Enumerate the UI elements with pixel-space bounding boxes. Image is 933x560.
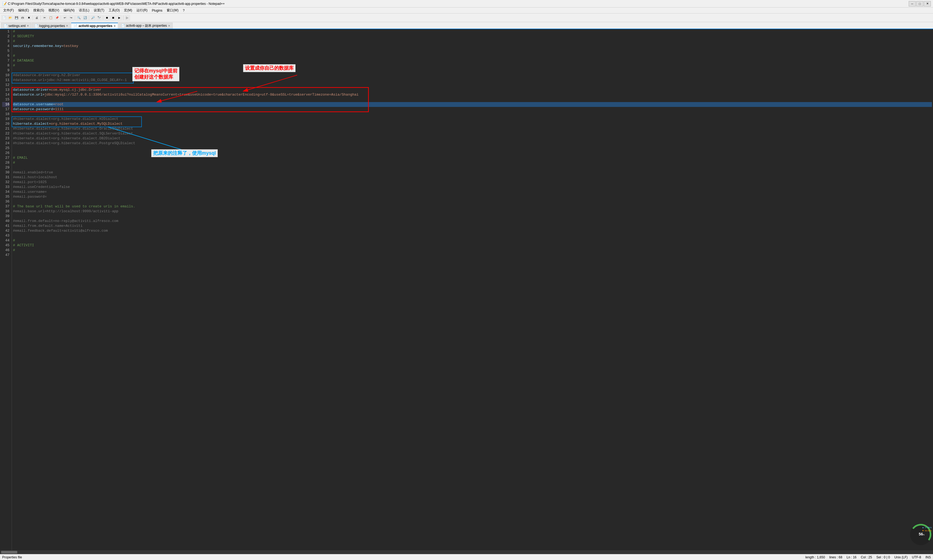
line-num-32: 32 (2, 180, 9, 185)
code-line-47 (13, 253, 932, 258)
save-button[interactable]: 💾 (14, 15, 20, 21)
app-icon: 📝 (2, 2, 7, 6)
line-num-21: 21 (2, 126, 9, 131)
status-right: length : 1,650 lines : 68 Ln : 16 Col : … (805, 555, 931, 559)
line-num-23: 23 (2, 136, 9, 141)
status-length: length : 1,650 (805, 555, 825, 559)
code-line-41: #email.from.default.name=Activiti (13, 223, 932, 228)
replace-button[interactable]: 🔄 (82, 15, 88, 21)
menu-plugins[interactable]: Plugins (149, 8, 165, 13)
menu-language[interactable]: 语言(L) (77, 8, 92, 13)
tab-settings-xml-close[interactable]: ✕ (27, 24, 29, 27)
menu-settings[interactable]: 设置(T) (92, 8, 106, 13)
code-line-16: datasource.username=root (13, 102, 932, 107)
code-line-1: # (13, 29, 932, 34)
code-line-29 (13, 165, 932, 170)
line-num-27: 27 (2, 155, 9, 160)
code-line-23: #hibernate.dialect=org.hibernate.dialect… (13, 136, 932, 141)
code-line-42: #email.feedback.default=activiti@alfresc… (13, 228, 932, 233)
macro-play-button[interactable]: ▶ (116, 15, 122, 21)
close-button-tb[interactable]: ✖ (26, 15, 32, 21)
line-num-24: 24 (2, 141, 9, 146)
line-num-29: 29 (2, 165, 9, 170)
line-num-41: 41 (2, 223, 9, 228)
menu-help[interactable]: ? (181, 8, 187, 13)
line-num-16: 16 (2, 102, 9, 107)
tab-logging-properties-close[interactable]: ✕ (66, 24, 68, 27)
code-line-45: # ACTIVITI (13, 243, 932, 248)
line-num-6: 6 (2, 54, 9, 58)
line-num-18: 18 (2, 112, 9, 117)
code-line-6: # (13, 54, 932, 58)
tab-bar: 📄 settings.xml ✕ 📄 logging.properties ✕ … (0, 22, 933, 29)
status-encoding: UTF-8 (912, 555, 921, 559)
code-line-14: datasource.url=jdbc:mysql://127.0.0.1:33… (13, 92, 932, 97)
menu-window[interactable]: 窗口(W) (165, 8, 180, 13)
tab-activiti-app-copy-close[interactable]: ✕ (168, 24, 170, 27)
line-num-11: 11 (2, 78, 9, 83)
zoom-out-button[interactable]: 🔭 (96, 15, 102, 21)
save-all-button[interactable]: 🗃 (20, 15, 26, 21)
undo-button[interactable]: ↩ (62, 15, 68, 21)
tab-settings-xml-label: 📄 settings.xml (3, 24, 26, 28)
macro-stop-button[interactable]: ⏹ (110, 15, 116, 21)
line-num-47: 47 (2, 253, 9, 258)
run-button[interactable]: ▷ (124, 15, 130, 21)
tab-settings-xml[interactable]: 📄 settings.xml ✕ (1, 23, 31, 29)
menu-tools[interactable]: 工具(O) (106, 8, 122, 13)
close-button[interactable]: ✕ (924, 1, 931, 6)
line-num-26: 26 (2, 151, 9, 155)
menu-file[interactable]: 文件(F) (1, 8, 16, 13)
code-line-4: security.rememberme.key=testkey (13, 44, 932, 49)
cut-button[interactable]: ✂ (42, 15, 48, 21)
hscrollbar-thumb[interactable] (1, 551, 17, 554)
open-button[interactable]: 📂 (7, 15, 13, 21)
code-line-30: #email.enabled=true (13, 170, 932, 175)
code-line-32: #email.port=1025 (13, 180, 932, 185)
code-line-33: #email.useCredentials=false (13, 185, 932, 189)
paste-button[interactable]: 📌 (54, 15, 60, 21)
new-button[interactable]: 📄 (1, 15, 7, 21)
menu-run[interactable]: 运行(R) (134, 8, 149, 13)
tab-logging-properties-label: 📄 logging.properties (34, 24, 65, 28)
print-button[interactable]: 🖨 (34, 15, 40, 21)
tab-activiti-app-copy[interactable]: 📄 activiti-app – 副本.properties ✕ (119, 23, 172, 29)
macro-record-button[interactable]: ⏺ (104, 15, 110, 21)
line-num-43: 43 (2, 233, 9, 238)
code-line-21: #hibernate.dialect=org.hibernate.dialect… (13, 126, 932, 131)
status-filetype-label: Properties file (2, 555, 22, 559)
code-line-39 (13, 214, 932, 219)
line-numbers: 1234567891011121314151617181920212223242… (0, 29, 12, 550)
menu-edit[interactable]: 编辑(E) (16, 8, 31, 13)
redo-button[interactable]: ↪ (68, 15, 74, 21)
line-num-34: 34 (2, 189, 9, 194)
line-num-35: 35 (2, 194, 9, 199)
tab-activiti-app-properties[interactable]: 📄 activiti-app.properties ✕ (71, 23, 118, 29)
menu-macro[interactable]: 宏(M) (122, 8, 134, 13)
line-num-3: 3 (2, 39, 9, 44)
copy-button[interactable]: 📋 (48, 15, 54, 21)
minimize-button[interactable]: ─ (909, 1, 916, 6)
code-line-20: hibernate.dialect=org.hibernate.dialect.… (13, 122, 932, 126)
tab-activiti-app-properties-label: 📄 activiti-app.properties (74, 24, 112, 28)
line-num-45: 45 (2, 243, 9, 248)
tab-logging-properties[interactable]: 📄 logging.properties ✕ (32, 23, 71, 29)
menu-view[interactable]: 视图(V) (46, 8, 61, 13)
find-button[interactable]: 🔍 (76, 15, 82, 21)
code-line-28: # (13, 160, 932, 165)
speed-indicator-container (909, 522, 933, 546)
line-num-2: 2 (2, 34, 9, 39)
menu-search[interactable]: 搜索(S) (31, 8, 46, 13)
code-line-9 (13, 68, 932, 73)
menu-encoding[interactable]: 编码(N) (61, 8, 77, 13)
zoom-in-button[interactable]: 🔎 (90, 15, 96, 21)
editor-body[interactable]: 1234567891011121314151617181920212223242… (0, 29, 933, 550)
tab-activiti-app-properties-close[interactable]: ✕ (114, 25, 115, 28)
code-line-35: #email.password= (13, 194, 932, 199)
line-num-15: 15 (2, 97, 9, 102)
maximize-button[interactable]: □ (916, 1, 923, 6)
code-line-24: #hibernate.dialect=org.hibernate.dialect… (13, 141, 932, 146)
code-area[interactable]: ## SECURITY#security.rememberme.key=test… (12, 29, 933, 550)
code-line-37: # The base url that will be used to crea… (13, 204, 932, 209)
horizontal-scrollbar[interactable] (0, 550, 933, 554)
